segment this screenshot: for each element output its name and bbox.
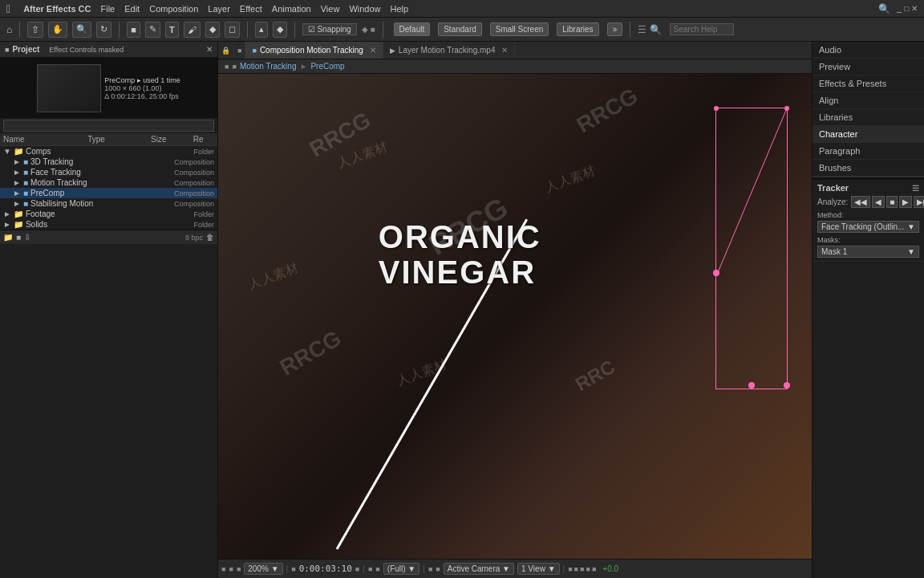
workspace-standard[interactable]: Standard: [438, 22, 482, 36]
tracker-method-select[interactable]: Face Tracking (Outlin... ▼: [817, 221, 919, 233]
new-folder-btn[interactable]: 📁: [3, 233, 13, 242]
rp-paragraph[interactable]: Paragraph: [813, 143, 924, 160]
masks-label: Masks:: [817, 236, 919, 244]
method-value: Face Tracking (Outlin...: [821, 222, 904, 231]
tree-item-solids[interactable]: ► 📁 Solids Folder: [0, 219, 217, 230]
menu-layer[interactable]: Layer: [208, 4, 230, 14]
search-icon[interactable]: 🔍: [878, 3, 890, 14]
stamp-tool[interactable]: ◆: [205, 22, 220, 38]
workspace-default[interactable]: Default: [394, 22, 431, 36]
tool-separator-5: [383, 22, 383, 38]
pen-tool[interactable]: ✎: [145, 22, 160, 38]
folder-icon-comps: 📁: [14, 147, 23, 156]
pin-tool[interactable]: ◆: [273, 22, 287, 38]
workspace-small-screen[interactable]: Small Screen: [490, 22, 549, 36]
import-btn[interactable]: ⇩: [24, 233, 30, 242]
tree-item-face-tracking[interactable]: ► ■ Face Tracking Composition: [0, 167, 217, 177]
comp-icon-face: ■: [23, 168, 28, 177]
workspace-libraries[interactable]: Libraries: [557, 22, 598, 36]
expand-icon-solids: ►: [3, 220, 11, 229]
camera-select[interactable]: Active Camera ▼: [444, 563, 514, 575]
vc-icon1: ■: [221, 565, 225, 573]
breadcrumb-child[interactable]: PreComp: [310, 62, 344, 71]
comp-tab-close[interactable]: ✕: [370, 46, 376, 55]
rp-libraries[interactable]: Libraries: [813, 109, 924, 126]
tree-item-motion-tracking[interactable]: ► ■ Motion Tracking Composition: [0, 177, 217, 188]
rp-character[interactable]: Character: [813, 126, 924, 143]
tracker-masks-select[interactable]: Mask 1 ▼: [817, 246, 919, 258]
menu-animation[interactable]: Animation: [272, 4, 311, 14]
viewport[interactable]: RRCG RRCG RRCG RRC RRCG 人人素材 人人素材 人人素材 人…: [218, 74, 812, 559]
breadcrumb: ■ ■ Motion Tracking ► PreComp: [218, 59, 812, 74]
text-tool[interactable]: T: [165, 22, 179, 38]
organic-text: ORGANIC: [379, 219, 541, 254]
menu-help[interactable]: Help: [391, 4, 409, 14]
menu-right: 🔍 ⎯ □ ✕: [878, 3, 918, 14]
select-tool[interactable]: ⇧: [27, 22, 43, 38]
rotate-tool[interactable]: ↻: [96, 22, 111, 38]
rp-preview[interactable]: Preview: [813, 59, 924, 75]
analyze-forward[interactable]: ▶: [899, 196, 912, 208]
layer-tab-close[interactable]: ✕: [501, 46, 508, 55]
project-panel-close[interactable]: ✕: [206, 45, 213, 54]
tree-item-stabilising[interactable]: ► ■ Stabilising Motion Composition: [0, 198, 217, 209]
new-comp-btn[interactable]: ■: [16, 233, 21, 242]
menu-view[interactable]: View: [321, 4, 340, 14]
menu-composition[interactable]: Composition: [149, 4, 198, 14]
tree-item-footage[interactable]: ► 📁 Footage Folder: [0, 209, 217, 219]
tool-separator-1: [19, 22, 20, 38]
tracker-controls: ◀◀ ◀ ■ ▶ ▶▶: [851, 196, 924, 208]
expand-icon-face: ►: [13, 168, 21, 177]
analyze-back-end[interactable]: ◀◀: [851, 196, 870, 208]
tab-layer-motion-tracking[interactable]: ▶ Layer Motion Tracking.mp4 ✕: [383, 42, 516, 59]
tab-lock-icon: 🔒: [218, 42, 234, 59]
analyze-stop[interactable]: ■: [886, 196, 898, 208]
vc-icon6: ■: [368, 565, 372, 573]
window-controls: ⎯ □ ✕: [897, 4, 918, 13]
tracker-section: Tracker ☰ Analyze: ◀◀ ◀ ■ ▶ ▶▶ Method:: [813, 180, 924, 262]
menu-effect[interactable]: Effect: [240, 4, 262, 14]
eraser-tool[interactable]: ◻: [225, 22, 240, 38]
hand-tool[interactable]: ✋: [48, 22, 67, 38]
expand-icon-motion: ►: [13, 178, 21, 187]
project-search-input[interactable]: [3, 120, 214, 132]
rp-audio[interactable]: Audio: [813, 42, 924, 59]
tree-item-3d-tracking[interactable]: ► ■ 3D Tracking Composition: [0, 157, 217, 167]
view-select[interactable]: 1 View ▼: [517, 563, 560, 575]
snapping-checkbox[interactable]: ☑ Snapping: [302, 23, 357, 35]
breadcrumb-root[interactable]: Motion Tracking: [240, 62, 297, 71]
menu-file[interactable]: File: [100, 4, 115, 14]
tool-separator-3: [247, 22, 248, 38]
tracker-menu-icon[interactable]: ☰: [912, 184, 919, 193]
masks-chevron: ▼: [907, 247, 915, 256]
quality-select[interactable]: (Full) ▼: [383, 563, 419, 575]
tool-separator-2: [119, 22, 120, 38]
rp-brushes[interactable]: Brushes: [813, 160, 924, 177]
brush-tool[interactable]: 🖌: [184, 22, 201, 38]
apple-menu[interactable]: : [6, 2, 10, 15]
rp-align[interactable]: Align: [813, 92, 924, 109]
expand-icon: ▼: [3, 147, 11, 156]
tree-item-comps[interactable]: ▼ 📁 Comps Folder: [0, 146, 217, 157]
tab-composition-motion-tracking[interactable]: ■ Composition Motion Tracking ✕: [245, 42, 383, 59]
zoom-tool[interactable]: 🔍: [72, 22, 91, 38]
layer-tab-icon: ▶: [390, 47, 395, 55]
delete-btn[interactable]: 🗑: [206, 233, 214, 242]
menu-window[interactable]: Window: [349, 4, 380, 14]
shape-tool[interactable]: ■: [127, 22, 140, 38]
center-area: 🔒 ■ ■ Composition Motion Tracking ✕ ▶ La…: [218, 42, 812, 578]
workspace-more[interactable]: »: [607, 22, 623, 36]
tree-item-precomp[interactable]: ► ■ PreComp Composition: [0, 188, 217, 198]
search-help-input[interactable]: [670, 23, 734, 35]
effect-controls-tab[interactable]: Effect Controls masked: [49, 46, 124, 54]
camera-tool[interactable]: ▴: [255, 22, 268, 38]
analyze-back[interactable]: ◀: [872, 196, 885, 208]
tool-separator-6: [630, 22, 630, 38]
analyze-forward-end[interactable]: ▶▶: [914, 196, 924, 208]
viewport-timecode[interactable]: 0:00:03:10: [299, 564, 352, 574]
viewport-offset: +0.0: [602, 564, 618, 573]
project-panel-title: Project: [12, 45, 39, 54]
zoom-select[interactable]: 200% ▼: [244, 563, 282, 575]
menu-edit[interactable]: Edit: [124, 4, 140, 14]
rp-effects-presets[interactable]: Effects & Presets: [813, 75, 924, 92]
